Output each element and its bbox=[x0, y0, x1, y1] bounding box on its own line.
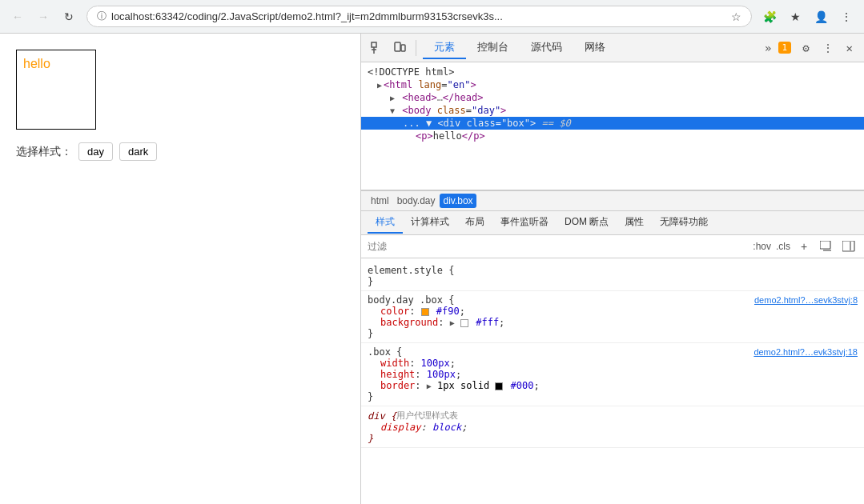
devtools-menu-icon[interactable]: ⋮ bbox=[818, 38, 838, 58]
color-swatch-000[interactable] bbox=[495, 382, 503, 390]
new-rule-button[interactable] bbox=[818, 238, 835, 255]
tab-event-listeners[interactable]: 事件监听器 bbox=[492, 212, 557, 234]
toggle-sidebar-button[interactable] bbox=[840, 238, 858, 255]
browser-chrome: ← → ↻ ⓘ localhost:63342/coding/2.JavaScr… bbox=[0, 0, 864, 34]
css-rule-close-3: } bbox=[368, 391, 858, 402]
color-swatch-fff[interactable] bbox=[460, 319, 468, 327]
elem-body[interactable]: ▼ <body class="day"> bbox=[361, 104, 864, 117]
tab-layout[interactable]: 布局 bbox=[457, 212, 492, 234]
menu-icon[interactable]: ⋮ bbox=[835, 6, 858, 28]
tab-computed[interactable]: 计算样式 bbox=[403, 212, 457, 234]
style-tabs: 样式 计算样式 布局 事件监听器 DOM 断点 属性 无障碍功能 bbox=[361, 211, 864, 235]
css-source-1[interactable]: demo2.html?…sevk3stvj:8 bbox=[754, 295, 858, 305]
elem-p-hello[interactable]: <p>hello</p> bbox=[361, 130, 864, 142]
css-selector-element-style: element.style { bbox=[368, 265, 858, 276]
back-button[interactable]: ← bbox=[6, 6, 29, 28]
breadcrumb-div[interactable]: div.box bbox=[440, 194, 476, 208]
more-tabs-button[interactable]: » bbox=[762, 38, 774, 58]
svg-rect-0 bbox=[372, 42, 376, 47]
css-prop-background: background: ▶ #fff; bbox=[368, 317, 858, 328]
css-prop-border: border: ▶ 1px solid #000; bbox=[368, 380, 858, 391]
filter-input[interactable] bbox=[368, 241, 748, 252]
tab-console[interactable]: 控制台 bbox=[466, 37, 520, 59]
bookmark-icon[interactable]: ☆ bbox=[731, 10, 741, 23]
svg-rect-5 bbox=[820, 241, 830, 249]
css-prop-height: height: 100px; bbox=[368, 369, 858, 380]
breadcrumb-body[interactable]: body.day bbox=[394, 194, 439, 208]
device-icon[interactable] bbox=[390, 38, 409, 58]
style-selector: 选择样式： day dark bbox=[16, 142, 344, 161]
tab-style[interactable]: 样式 bbox=[368, 212, 403, 234]
elem-html[interactable]: ▶<html lang="en"> bbox=[361, 78, 864, 91]
address-bar[interactable]: ⓘ localhost:63342/coding/2.JavaScript/de… bbox=[86, 6, 752, 27]
lock-icon: ⓘ bbox=[97, 10, 106, 23]
demo-box: hello bbox=[16, 50, 96, 130]
devtools-close-icon[interactable]: ✕ bbox=[842, 38, 858, 58]
tab-properties[interactable]: 属性 bbox=[617, 212, 652, 234]
star-icon[interactable]: ★ bbox=[784, 6, 806, 28]
css-rule-close-1: } bbox=[368, 276, 858, 287]
elem-doctype: <!DOCTYPE html> bbox=[361, 66, 864, 78]
css-selector-body-day-box: body.day .box { bbox=[368, 294, 454, 306]
settings-icon[interactable]: ⚙ bbox=[798, 38, 814, 58]
reload-button[interactable]: ↻ bbox=[58, 6, 80, 28]
day-button[interactable]: day bbox=[78, 142, 113, 161]
breadcrumb-bar: html body.day div.box bbox=[361, 190, 864, 211]
css-prop-display: display: block; bbox=[368, 422, 858, 433]
page-content: hello 选择样式： day dark bbox=[0, 34, 360, 504]
css-prop-color: color: #f90; bbox=[368, 306, 858, 317]
browser-actions: 🧩 ★ 👤 ⋮ bbox=[758, 6, 858, 28]
expand-border-icon[interactable]: ▶ bbox=[427, 382, 432, 390]
forward-button[interactable]: → bbox=[32, 6, 54, 28]
devtools-top-tabs: 元素 控制台 源代码 网络 » bbox=[423, 37, 775, 59]
svg-rect-3 bbox=[395, 42, 400, 51]
expand-background-icon[interactable]: ▶ bbox=[450, 318, 455, 327]
tab-accessibility[interactable]: 无障碍功能 bbox=[652, 212, 716, 234]
nav-buttons: ← → ↻ bbox=[6, 6, 80, 28]
tab-network[interactable]: 网络 bbox=[573, 37, 617, 59]
main-area: hello 选择样式： day dark bbox=[0, 34, 864, 504]
profile-icon[interactable]: 👤 bbox=[810, 6, 832, 28]
add-style-button[interactable]: + bbox=[795, 238, 813, 255]
error-badge[interactable]: 1 bbox=[778, 42, 792, 54]
inspect-icon[interactable] bbox=[368, 38, 387, 58]
demo-hello-text: hello bbox=[23, 57, 50, 71]
filter-cls-label[interactable]: .cls bbox=[776, 241, 790, 252]
tab-sources[interactable]: 源代码 bbox=[520, 37, 573, 59]
toolbar-separator bbox=[416, 40, 416, 56]
css-rule-div-ua: div { 用户代理样式表 display: block; } bbox=[361, 406, 864, 448]
tab-elements[interactable]: 元素 bbox=[423, 37, 466, 59]
filter-bar: :hov .cls + bbox=[361, 235, 864, 258]
css-selector-div: div { bbox=[368, 410, 396, 422]
tab-dom-breakpoints[interactable]: DOM 断点 bbox=[557, 212, 617, 234]
svg-rect-4 bbox=[401, 45, 405, 51]
css-rule-body-day-box: body.day .box { demo2.html?…sevk3stvj:8 … bbox=[361, 291, 864, 343]
css-source-2[interactable]: demo2.html?…evk3stvj:18 bbox=[753, 347, 858, 357]
address-text: localhost:63342/coding/2.JavaScript/demo… bbox=[111, 10, 726, 22]
devtools-toolbar: 元素 控制台 源代码 网络 » 1 ⚙ ⋮ ✕ bbox=[361, 34, 864, 62]
css-rule-close-4: } bbox=[368, 433, 858, 444]
color-swatch-f90[interactable] bbox=[421, 308, 429, 316]
css-prop-width: width: 100px; bbox=[368, 358, 858, 369]
css-selector-box: .box { bbox=[368, 346, 402, 358]
devtools-panel: 元素 控制台 源代码 网络 » 1 ⚙ ⋮ ✕ <!DOCTYPE html> … bbox=[360, 34, 864, 504]
extensions-icon[interactable]: 🧩 bbox=[758, 6, 781, 28]
filter-pseudo-label[interactable]: :hov bbox=[753, 241, 771, 252]
ua-stylesheet-label: 用户代理样式表 bbox=[396, 410, 458, 422]
dark-button[interactable]: dark bbox=[119, 142, 157, 161]
css-rules: element.style { } body.day .box { demo2.… bbox=[361, 258, 864, 504]
elem-div-box[interactable]: ... ▼ <div class="box"> == $0 bbox=[361, 117, 864, 130]
css-rule-element-style: element.style { } bbox=[361, 262, 864, 291]
css-rule-box: .box { demo2.html?…evk3stvj:18 width: 10… bbox=[361, 343, 864, 406]
svg-rect-7 bbox=[842, 241, 854, 251]
elements-panel: <!DOCTYPE html> ▶<html lang="en"> ▶ <hea… bbox=[361, 62, 864, 190]
breadcrumb-html[interactable]: html bbox=[368, 194, 392, 208]
style-selector-label: 选择样式： bbox=[16, 145, 72, 159]
elem-head[interactable]: ▶ <head>…</head> bbox=[361, 91, 864, 104]
css-rule-close-2: } bbox=[368, 328, 858, 339]
